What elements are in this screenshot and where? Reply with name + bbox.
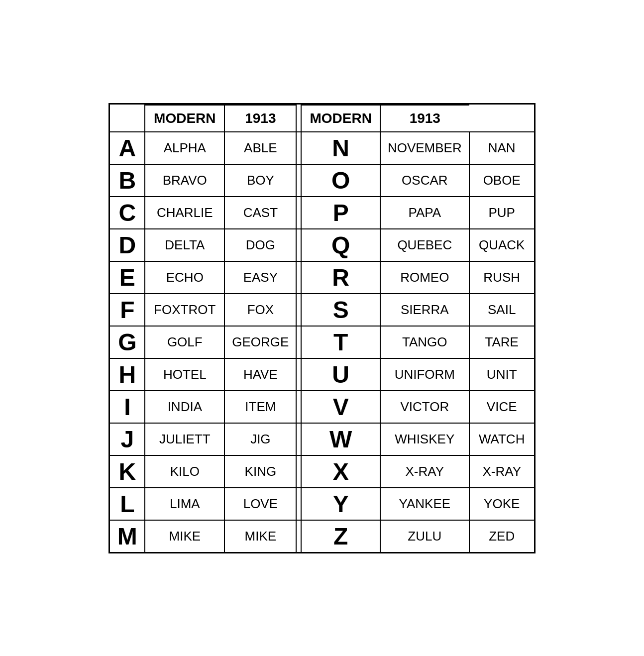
modern-cell-w: WHISKEY: [380, 423, 469, 455]
modern-cell-s: SIERRA: [380, 294, 469, 326]
header-modern-1: MODERN: [145, 105, 224, 132]
modern-cell-b: BRAVO: [145, 164, 224, 197]
spacer-cell: [296, 358, 301, 391]
modern-cell-y: YANKEE: [380, 488, 469, 520]
modern-cell-c: CHARLIE: [145, 197, 224, 229]
table-row: LLIMALOVEYYANKEEYOKE: [110, 488, 534, 520]
modern-cell-m: MIKE: [145, 520, 224, 552]
table-row: BBRAVOBOYOOSCAROBOE: [110, 164, 534, 197]
spacer-cell: [296, 488, 301, 520]
year1913-cell-e: EASY: [224, 261, 296, 294]
table-row: GGOLFGEORGETTANGOTARE: [110, 326, 534, 358]
table-row: KKILOKINGXX-RAYX-RAY: [110, 455, 534, 488]
modern-cell-g: GOLF: [145, 326, 224, 358]
letter-cell-j: J: [110, 423, 145, 455]
year1913-cell-d: DOG: [224, 229, 296, 261]
letter-cell-i: I: [110, 391, 145, 423]
letter-cell-w: W: [301, 423, 380, 455]
header-spacer: [296, 105, 301, 132]
year1913-cell-u: UNIT: [469, 358, 534, 391]
header-row: MODERN 1913 MODERN 1913: [110, 105, 534, 132]
table-row: EECHOEASYRROMEORUSH: [110, 261, 534, 294]
letter-cell-s: S: [301, 294, 380, 326]
letter-cell-r: R: [301, 261, 380, 294]
letter-cell-y: Y: [301, 488, 380, 520]
year1913-cell-s: SAIL: [469, 294, 534, 326]
spacer-cell: [296, 261, 301, 294]
table-row: FFOXTROTFOXSSIERRASAIL: [110, 294, 534, 326]
year1913-cell-x: X-RAY: [469, 455, 534, 488]
modern-cell-v: VICTOR: [380, 391, 469, 423]
year1913-cell-i: ITEM: [224, 391, 296, 423]
letter-cell-h: H: [110, 358, 145, 391]
letter-cell-o: O: [301, 164, 380, 197]
letter-cell-d: D: [110, 229, 145, 261]
year1913-cell-t: TARE: [469, 326, 534, 358]
letter-cell-n: N: [301, 132, 380, 164]
spacer-cell: [296, 391, 301, 423]
spacer-cell: [296, 520, 301, 552]
year1913-cell-k: KING: [224, 455, 296, 488]
table-row: MMIKEMIKEZZULUZED: [110, 520, 534, 552]
modern-cell-p: PAPA: [380, 197, 469, 229]
spacer-cell: [296, 229, 301, 261]
modern-cell-f: FOXTROT: [145, 294, 224, 326]
table-row: JJULIETTJIGWWHISKEYWATCH: [110, 423, 534, 455]
modern-cell-u: UNIFORM: [380, 358, 469, 391]
modern-cell-i: INDIA: [145, 391, 224, 423]
header-1913-1: 1913: [224, 105, 296, 132]
letter-cell-c: C: [110, 197, 145, 229]
year1913-cell-y: YOKE: [469, 488, 534, 520]
modern-cell-n: NOVEMBER: [380, 132, 469, 164]
modern-cell-k: KILO: [145, 455, 224, 488]
table-row: AALPHAABLENNOVEMBERNAN: [110, 132, 534, 164]
modern-cell-h: HOTEL: [145, 358, 224, 391]
table-row: DDELTADOGQQUEBECQUACK: [110, 229, 534, 261]
letter-cell-m: M: [110, 520, 145, 552]
letter-cell-t: T: [301, 326, 380, 358]
modern-cell-a: ALPHA: [145, 132, 224, 164]
year1913-cell-q: QUACK: [469, 229, 534, 261]
year1913-cell-a: ABLE: [224, 132, 296, 164]
phonetic-alphabet-table: MODERN 1913 MODERN 1913 AALPHAABLENNOVEM…: [108, 103, 535, 553]
year1913-cell-j: JIG: [224, 423, 296, 455]
modern-cell-l: LIMA: [145, 488, 224, 520]
year1913-cell-o: OBOE: [469, 164, 534, 197]
header-1913-2: 1913: [380, 105, 469, 132]
year1913-cell-n: NAN: [469, 132, 534, 164]
letter-cell-l: L: [110, 488, 145, 520]
year1913-cell-r: RUSH: [469, 261, 534, 294]
header-modern-2: MODERN: [301, 105, 380, 132]
letter-cell-u: U: [301, 358, 380, 391]
letter-cell-p: P: [301, 197, 380, 229]
modern-cell-z: ZULU: [380, 520, 469, 552]
year1913-cell-w: WATCH: [469, 423, 534, 455]
modern-cell-t: TANGO: [380, 326, 469, 358]
letter-cell-a: A: [110, 132, 145, 164]
spacer-cell: [296, 326, 301, 358]
modern-cell-q: QUEBEC: [380, 229, 469, 261]
letter-cell-x: X: [301, 455, 380, 488]
letter-cell-v: V: [301, 391, 380, 423]
year1913-cell-f: FOX: [224, 294, 296, 326]
modern-cell-o: OSCAR: [380, 164, 469, 197]
modern-cell-e: ECHO: [145, 261, 224, 294]
modern-cell-x: X-RAY: [380, 455, 469, 488]
spacer-cell: [296, 294, 301, 326]
year1913-cell-h: HAVE: [224, 358, 296, 391]
spacer-cell: [296, 164, 301, 197]
year1913-cell-c: CAST: [224, 197, 296, 229]
modern-cell-r: ROMEO: [380, 261, 469, 294]
letter-cell-g: G: [110, 326, 145, 358]
letter-cell-b: B: [110, 164, 145, 197]
letter-cell-k: K: [110, 455, 145, 488]
modern-cell-d: DELTA: [145, 229, 224, 261]
spacer-cell: [296, 423, 301, 455]
table-row: IINDIAITEMVVICTORVICE: [110, 391, 534, 423]
letter-cell-q: Q: [301, 229, 380, 261]
table-row: CCHARLIECASTPPAPAPUP: [110, 197, 534, 229]
table-row: HHOTELHAVEUUNIFORMUNIT: [110, 358, 534, 391]
spacer-cell: [296, 197, 301, 229]
year1913-cell-p: PUP: [469, 197, 534, 229]
year1913-cell-l: LOVE: [224, 488, 296, 520]
